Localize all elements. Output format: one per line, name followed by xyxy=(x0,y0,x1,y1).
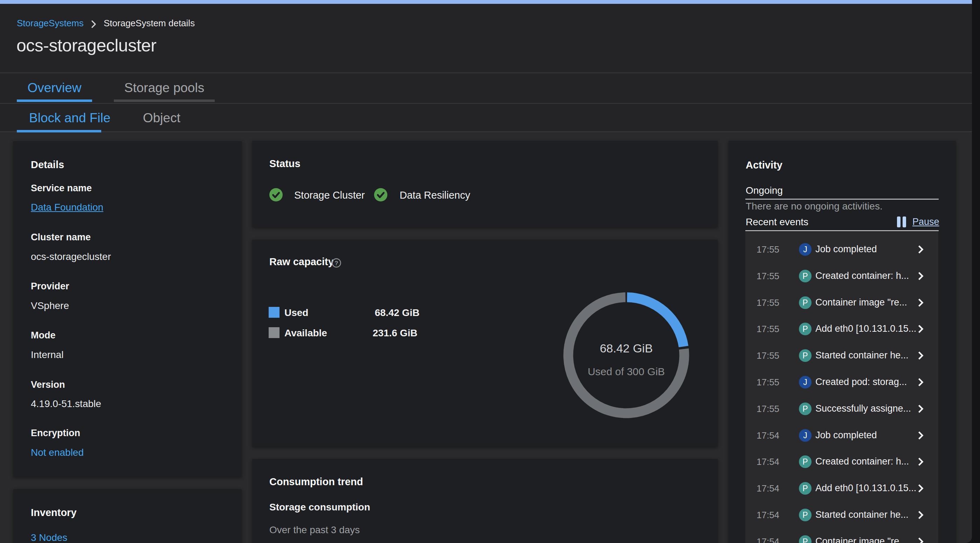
svg-text:P: P xyxy=(802,404,808,413)
svg-text:J: J xyxy=(803,431,807,440)
svg-text:P: P xyxy=(802,272,808,280)
svg-text:P: P xyxy=(802,510,808,519)
svg-text:J: J xyxy=(803,377,807,387)
svg-text:J: J xyxy=(803,245,807,254)
svg-text:P: P xyxy=(802,457,808,466)
svg-text:P: P xyxy=(802,537,808,543)
svg-text:P: P xyxy=(802,484,808,493)
svg-text:P: P xyxy=(802,325,808,333)
svg-text:P: P xyxy=(802,351,808,360)
svg-text:P: P xyxy=(802,298,808,307)
svg-text:?: ? xyxy=(334,260,338,267)
